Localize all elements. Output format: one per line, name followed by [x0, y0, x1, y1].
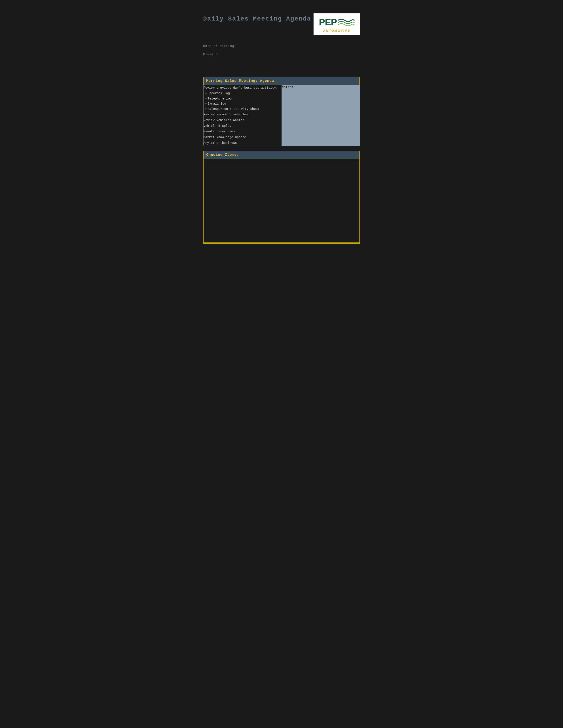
- page-title: Daily Sales Meeting Agenda: [203, 15, 311, 22]
- logo: PEP AUTOMOTIVE: [314, 13, 360, 35]
- ongoing-body-row: [203, 159, 360, 243]
- page: Daily Sales Meeting Agenda PEP AUTOMOTIV…: [194, 7, 369, 250]
- bullet-email-log-label: E-mail log: [207, 101, 226, 107]
- bullet-arrow-icon-2: »: [205, 97, 207, 101]
- notes-col: Notes:: [282, 85, 360, 146]
- bullet-arrow-icon-4: »: [205, 107, 207, 111]
- notes-label: Notes:: [282, 85, 294, 89]
- bullet-showroom-log-label: Showroom log: [207, 91, 230, 96]
- bullet-telephone-log: » Telephone log: [205, 96, 282, 101]
- morning-header-cell: Morning Sales Meeting: Agenda: [203, 77, 360, 85]
- market-knowledge-update: Market knowledge update: [203, 135, 282, 140]
- morning-meeting-table: Morning Sales Meeting: Agenda Review pre…: [203, 77, 360, 146]
- ongoing-header-row: Ongoing Items:: [203, 151, 360, 159]
- ongoing-body-cell: [203, 159, 360, 243]
- logo-wave-icon: [337, 16, 355, 28]
- vehicle-display: Vehicle display: [203, 123, 282, 129]
- ongoing-header-cell: Ongoing Items:: [203, 151, 360, 159]
- agenda-body-row: Review previous day's business activity:…: [203, 85, 360, 146]
- bullet-showroom-log: » Showroom log: [205, 91, 282, 96]
- ongoing-items-table: Ongoing Items:: [203, 151, 360, 243]
- date-of-meeting: Date of Meeting:: [203, 44, 360, 48]
- logo-text: PEP: [319, 18, 337, 27]
- bullet-telephone-log-label: Telephone log: [207, 96, 231, 101]
- logo-tagline: AUTOMOTIVE: [323, 29, 350, 32]
- bullet-email-log: » E-mail log: [205, 101, 282, 107]
- present-field: Present:: [203, 53, 360, 56]
- bullet-arrow-icon: »: [205, 91, 207, 96]
- bottom-border: [203, 243, 360, 244]
- review-previous-heading: Review previous day's business activity:: [203, 85, 282, 91]
- manufacturer-news: Manufacturer news: [203, 129, 282, 135]
- bullet-arrow-icon-3: »: [205, 102, 207, 106]
- agenda-left-col: Review previous day's business activity:…: [203, 85, 282, 146]
- spacer: [203, 59, 360, 77]
- bullet-salesperson-sheet: » Salesperson's activity sheet: [205, 107, 282, 112]
- morning-header-row: Morning Sales Meeting: Agenda: [203, 77, 360, 85]
- bullet-salesperson-label: Salesperson's activity sheet: [207, 107, 259, 112]
- any-other-business: Any other business: [203, 140, 282, 146]
- review-vehicles-wanted: Review vehicles wanted: [203, 118, 282, 123]
- header: Daily Sales Meeting Agenda PEP AUTOMOTIV…: [203, 13, 360, 35]
- review-incoming-vehicles: Review incoming vehicles: [203, 112, 282, 118]
